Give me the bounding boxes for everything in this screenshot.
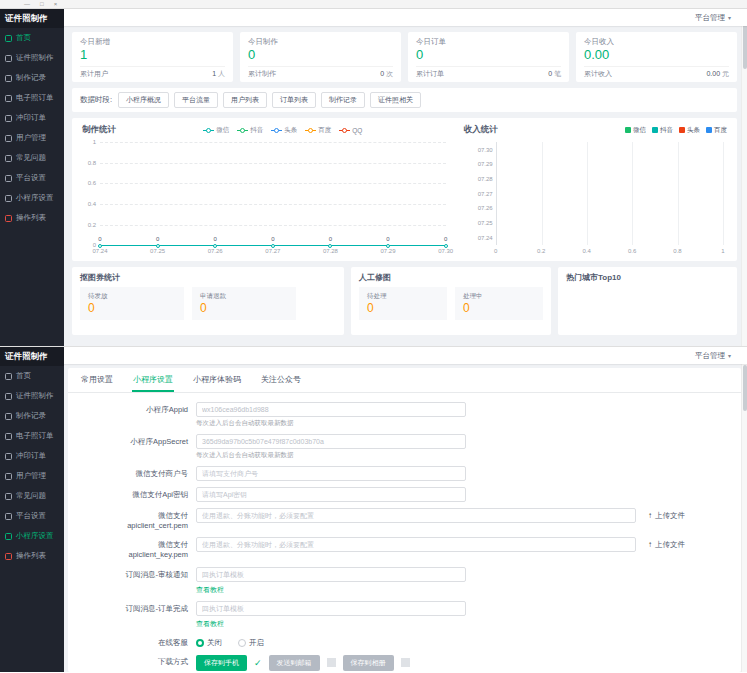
- sidebar-item-label: 制作记录: [16, 411, 46, 421]
- summary-stats: 待处理0处理中0: [359, 287, 543, 319]
- appsecret-input[interactable]: [196, 434, 466, 449]
- tab-2[interactable]: 小程序设置: [132, 368, 174, 392]
- upload-file-button[interactable]: ↑上传文件: [644, 538, 689, 552]
- platform-settings-icon: [5, 513, 12, 520]
- cert-input[interactable]: [196, 508, 636, 523]
- sidebar: 证件照制作 首页证件照制作制作记录电子照订单冲印订单用户管理常见问题平台设置小程…: [0, 9, 64, 346]
- online-service-option-2[interactable]: 开启: [238, 638, 264, 648]
- production-chart-legend: 微信抖音头条百度QQ: [116, 126, 450, 135]
- legend-item[interactable]: 百度: [305, 126, 331, 135]
- legend-swatch-icon: [625, 127, 631, 133]
- sidebar-item-label: 常见问题: [16, 491, 46, 501]
- subscribe-review-input[interactable]: [196, 567, 466, 582]
- stat-box-label: 待处理: [367, 292, 439, 301]
- miniapp-settings-icon: [5, 533, 12, 540]
- legend-item[interactable]: 微信: [203, 126, 229, 135]
- filter-button-5[interactable]: 制作记录: [321, 92, 365, 108]
- summary-card-3: 热门城市Top10: [558, 267, 737, 335]
- download-option-2[interactable]: 发送到邮箱: [269, 655, 320, 671]
- tutorial-link[interactable]: 查看教程: [196, 619, 741, 629]
- income-chart-legend: 微信抖音头条百度: [625, 126, 727, 135]
- sidebar-item-1[interactable]: 首页: [0, 28, 64, 48]
- tutorial-link[interactable]: 查看教程: [196, 585, 741, 595]
- sidebar-item-4[interactable]: 电子照订单: [0, 88, 64, 108]
- tab-4[interactable]: 关注公众号: [260, 368, 302, 392]
- sidebar-item-8[interactable]: 平台设置: [0, 168, 64, 188]
- x-tick-label: 07.29: [381, 248, 396, 254]
- apikey-input[interactable]: [196, 487, 466, 502]
- legend-item[interactable]: QQ: [339, 126, 362, 135]
- form-label: 订阅消息-审核通知: [68, 567, 196, 595]
- sidebar-item-label: 平台设置: [16, 173, 46, 183]
- operation-list-icon: [5, 553, 12, 560]
- filter-button-4[interactable]: 订单列表: [272, 92, 316, 108]
- checkbox-icon[interactable]: [401, 658, 410, 667]
- sidebar-item-7[interactable]: 常见问题: [0, 486, 64, 506]
- window-close-icon[interactable]: ×: [54, 1, 58, 7]
- x-tick-label: 0.2: [537, 248, 545, 254]
- sidebar-item-2[interactable]: 证件照制作: [0, 386, 64, 406]
- tab-3[interactable]: 小程序体验码: [192, 368, 242, 392]
- sidebar-item-6[interactable]: 用户管理: [0, 466, 64, 486]
- sidebar-item-5[interactable]: 冲印订单: [0, 108, 64, 128]
- sidebar-item-10[interactable]: 操作列表: [0, 546, 64, 566]
- sidebar-item-9[interactable]: 小程序设置: [0, 526, 64, 546]
- legend-item[interactable]: 百度: [706, 126, 727, 135]
- download-option-1[interactable]: 保存到手机: [196, 655, 247, 671]
- sidebar-item-1[interactable]: 首页: [0, 366, 64, 386]
- y-tick-label: 1: [82, 139, 96, 145]
- scrollbar-thumb[interactable]: [743, 23, 747, 69]
- sidebar-item-9[interactable]: 小程序设置: [0, 188, 64, 208]
- upload-file-button[interactable]: ↑上传文件: [644, 509, 689, 523]
- filter-button-1[interactable]: 小程序概况: [118, 92, 169, 108]
- mchid-input[interactable]: [196, 466, 466, 481]
- checkbox-icon[interactable]: [327, 658, 336, 667]
- sidebar-item-4[interactable]: 电子照订单: [0, 426, 64, 446]
- filter-row: 数据时段: 小程序概况平台流量用户列表订单列表制作记录证件照相关: [72, 88, 737, 112]
- window-minimize-icon[interactable]: —: [24, 1, 30, 7]
- x-tick-label: 07.26: [208, 248, 223, 254]
- legend-label: 抖音: [250, 126, 263, 135]
- sidebar-item-3[interactable]: 制作记录: [0, 406, 64, 426]
- legend-item[interactable]: 头条: [679, 126, 700, 135]
- sidebar-item-8[interactable]: 平台设置: [0, 506, 64, 526]
- sidebar-item-3[interactable]: 制作记录: [0, 68, 64, 88]
- window-restore-icon[interactable]: □: [40, 1, 44, 7]
- sidebar-item-2[interactable]: 证件照制作: [0, 48, 64, 68]
- appid-input[interactable]: [196, 402, 466, 417]
- online-service-option-1[interactable]: 关闭: [196, 638, 222, 648]
- sidebar-item-label: 电子照订单: [16, 93, 54, 103]
- admin-menu[interactable]: 平台管理 ▾: [695, 351, 731, 361]
- tab-1[interactable]: 常用设置: [80, 368, 114, 392]
- filter-button-2[interactable]: 平台流量: [174, 92, 218, 108]
- sidebar-item-5[interactable]: 冲印订单: [0, 446, 64, 466]
- line-marker-icon: [203, 130, 214, 135]
- sidebar-item-6[interactable]: 用户管理: [0, 128, 64, 148]
- legend-label: 百度: [714, 126, 727, 135]
- admin-label: 平台管理: [695, 13, 725, 23]
- scrollbar-thumb[interactable]: [743, 365, 747, 411]
- divider: [248, 66, 393, 67]
- admin-menu[interactable]: 平台管理 ▾: [695, 13, 731, 23]
- scrollbar[interactable]: [741, 347, 747, 672]
- stat-card-2: 今日制作0累计制作0 次: [240, 32, 401, 82]
- key-input[interactable]: [196, 537, 636, 552]
- download-option-3[interactable]: 保存到相册: [343, 655, 394, 671]
- scrollbar[interactable]: [741, 9, 747, 346]
- stat-box-value: 0: [463, 301, 535, 315]
- stat-card-1: 今日新增1累计用户1 人: [72, 32, 233, 82]
- sidebar-item-7[interactable]: 常见问题: [0, 148, 64, 168]
- legend-item[interactable]: 抖音: [652, 126, 673, 135]
- sidebar-item-10[interactable]: 操作列表: [0, 208, 64, 228]
- legend-item[interactable]: 抖音: [237, 126, 263, 135]
- legend-item[interactable]: 微信: [625, 126, 646, 135]
- subscribe-complete-input[interactable]: [196, 601, 466, 616]
- y-tick-label: 0.4: [82, 201, 96, 207]
- filter-button-3[interactable]: 用户列表: [223, 92, 267, 108]
- user-icon: [5, 135, 12, 142]
- stat-total-row: 累计订单0 笔: [416, 69, 561, 79]
- legend-item[interactable]: 头条: [271, 126, 297, 135]
- stat-unit: 次: [384, 70, 393, 77]
- stat-value: 1: [80, 47, 225, 63]
- filter-button-6[interactable]: 证件照相关: [370, 92, 421, 108]
